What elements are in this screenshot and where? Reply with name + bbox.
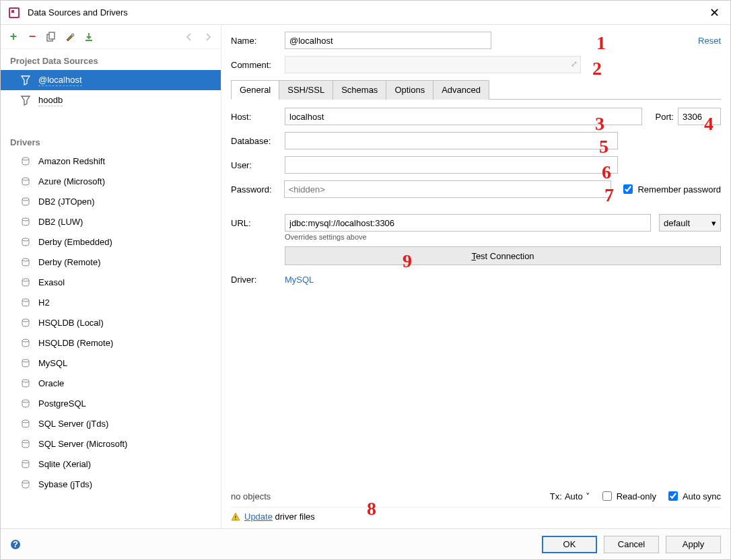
main-panel: Name: Reset Comment: ⤢ General SSH/SSL S…: [221, 25, 730, 528]
add-button[interactable]: +: [6, 30, 21, 44]
close-icon[interactable]: ✕: [705, 5, 724, 20]
url-label: URL:: [231, 218, 285, 228]
database-icon: [20, 74, 32, 86]
update-drivers-link[interactable]: Update: [244, 512, 273, 522]
tx-label: Tx:: [550, 491, 562, 501]
driver-item[interactable]: Derby (Remote): [1, 252, 221, 273]
driver-item[interactable]: Amazon Redshift: [1, 151, 221, 172]
url-input[interactable]: [285, 214, 651, 232]
tab-advanced[interactable]: Advanced: [433, 80, 489, 100]
window-title: Data Sources and Drivers: [28, 7, 705, 18]
data-source-label: hoodb: [38, 95, 63, 106]
port-input[interactable]: [678, 108, 721, 125]
driver-icon: [20, 277, 32, 289]
driver-item[interactable]: PostgreSQL: [1, 394, 221, 414]
svg-point-13: [22, 279, 29, 281]
host-label: Host:: [231, 112, 285, 122]
nav-forward-button[interactable]: [201, 30, 215, 44]
driver-item[interactable]: HSQLDB (Remote): [1, 333, 221, 353]
test-connection-button[interactable]: Test Connection: [285, 246, 721, 265]
driver-item[interactable]: DB2 (JTOpen): [1, 192, 221, 212]
remember-password-checkbox[interactable]: Remember password: [621, 182, 721, 196]
driver-item[interactable]: HSQLDB (Local): [1, 313, 221, 333]
import-button[interactable]: [81, 30, 96, 44]
remove-button[interactable]: −: [25, 30, 40, 44]
tab-general[interactable]: General: [231, 80, 279, 100]
tab-ssh-ssl[interactable]: SSH/SSL: [279, 80, 333, 100]
svg-point-20: [22, 420, 29, 423]
svg-text:?: ?: [13, 539, 18, 549]
settings-button[interactable]: [63, 30, 77, 44]
driver-item[interactable]: H2: [1, 293, 221, 313]
driver-item[interactable]: Sqlite (Xerial): [1, 454, 221, 475]
svg-rect-2: [11, 10, 14, 13]
data-source-label: @localhost: [38, 75, 82, 86]
driver-item[interactable]: MySQL: [1, 353, 221, 374]
svg-point-14: [22, 299, 29, 302]
svg-point-15: [22, 319, 29, 322]
driver-item[interactable]: DB2 (LUW): [1, 212, 221, 232]
svg-rect-25: [235, 519, 236, 520]
driver-label: Derby (Embedded): [38, 237, 112, 248]
port-label: Port:: [656, 112, 674, 122]
update-drivers-text: driver files: [273, 512, 315, 522]
driver-icon: [20, 236, 32, 248]
svg-point-7: [22, 158, 29, 160]
driver-item[interactable]: SQL Server (Microsoft): [1, 434, 221, 454]
autosync-box[interactable]: [668, 491, 678, 501]
url-mode-select[interactable]: default ▾: [659, 214, 721, 232]
driver-label: Driver:: [231, 275, 285, 285]
remember-password-box[interactable]: [623, 184, 633, 194]
driver-item[interactable]: Exasol: [1, 273, 221, 293]
password-input[interactable]: [284, 180, 612, 198]
name-label: Name:: [231, 36, 285, 46]
help-icon[interactable]: ?: [10, 539, 21, 550]
override-note: Overrides settings above: [285, 233, 721, 241]
apply-button[interactable]: Apply: [666, 536, 721, 553]
copy-button[interactable]: [44, 30, 59, 44]
nav-back-button[interactable]: [182, 30, 197, 44]
data-source-item-localhost[interactable]: @localhost: [1, 70, 221, 90]
driver-link[interactable]: MySQL: [285, 275, 314, 285]
driver-icon: [20, 357, 32, 370]
driver-label: DB2 (LUW): [38, 217, 83, 228]
tab-schemas[interactable]: Schemas: [333, 80, 386, 100]
readonly-box[interactable]: [602, 491, 612, 501]
sidebar-toolbar: + −: [1, 25, 221, 49]
driver-item[interactable]: Sybase (jTds): [1, 475, 221, 495]
svg-point-8: [22, 178, 29, 180]
user-input[interactable]: [285, 156, 618, 174]
tx-value: Auto: [565, 491, 583, 501]
driver-item[interactable]: Oracle: [1, 374, 221, 394]
driver-icon: [20, 155, 32, 168]
host-input[interactable]: [285, 108, 642, 125]
svg-point-11: [22, 238, 29, 241]
user-label: User:: [231, 160, 285, 170]
reset-link[interactable]: Reset: [698, 36, 721, 46]
driver-icon: [20, 216, 32, 228]
tx-selector[interactable]: Tx: Auto ˅: [550, 491, 590, 501]
cancel-button[interactable]: Cancel: [604, 536, 659, 553]
svg-point-9: [22, 198, 29, 201]
driver-icon: [20, 378, 32, 390]
warning-icon: [231, 512, 240, 522]
database-input[interactable]: [285, 132, 618, 149]
name-input[interactable]: [285, 32, 491, 49]
expand-icon[interactable]: ⤢: [571, 59, 578, 69]
chevron-down-icon: ˅: [586, 491, 590, 501]
data-source-item-hoodb[interactable]: hoodb: [1, 90, 221, 110]
driver-item[interactable]: Azure (Microsoft): [1, 172, 221, 192]
driver-item[interactable]: SQL Server (jTds): [1, 414, 221, 434]
autosync-checkbox[interactable]: Auto sync: [666, 489, 721, 503]
driver-icon: [20, 317, 32, 329]
driver-label: Amazon Redshift: [38, 156, 105, 167]
driver-label: HSQLDB (Local): [38, 318, 104, 328]
comment-input[interactable]: ⤢: [285, 56, 581, 73]
driver-item[interactable]: Derby (Embedded): [1, 232, 221, 252]
driver-icon: [20, 418, 32, 430]
password-label: Password:: [231, 184, 284, 195]
ok-button[interactable]: OK: [542, 536, 597, 553]
driver-icon: [20, 176, 32, 188]
readonly-checkbox[interactable]: Read-only: [600, 489, 656, 503]
tab-options[interactable]: Options: [386, 80, 433, 100]
